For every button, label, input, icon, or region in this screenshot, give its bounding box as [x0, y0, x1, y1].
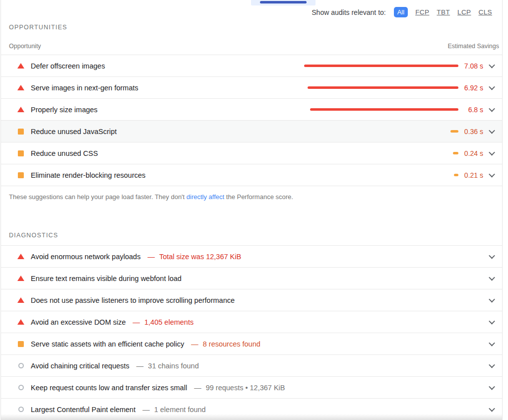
column-header-estimated-savings: Estimated Savings	[447, 43, 499, 50]
diagnostic-row-passive-listeners[interactable]: Does not use passive listeners to improv…	[1, 289, 502, 311]
diagnostics-table: Avoid enormous network payloads — Total …	[1, 245, 502, 420]
diagnostic-annotation: 31 chains found	[148, 362, 198, 370]
directly-affect-link[interactable]: directly affect	[187, 193, 224, 201]
lighthouse-report: Show audits relevant to: All FCP TBT LCP…	[0, 0, 503, 420]
fail-triangle-icon	[17, 319, 24, 325]
chevron-down-icon[interactable]	[483, 407, 500, 412]
diagnostic-row-request-counts[interactable]: Keep request counts low and transfer siz…	[1, 377, 502, 399]
filter-bar-label: Show audits relevant to:	[312, 8, 385, 16]
diagnostic-annotation: Total size was 12,367 KiB	[159, 253, 241, 261]
chevron-down-icon[interactable]	[483, 129, 500, 134]
diagnostic-label: Avoid chaining critical requests	[31, 362, 129, 370]
fail-triangle-icon	[17, 107, 24, 112]
fail-triangle-icon	[17, 63, 24, 69]
chevron-down-icon[interactable]	[483, 254, 500, 259]
filter-option-fcp[interactable]: FCP	[415, 8, 429, 16]
estimated-savings-value: 0.24 s	[458, 149, 483, 157]
opportunities-table: Defer offscreen images 7.08 s Serve imag…	[1, 55, 502, 186]
chevron-down-icon[interactable]	[483, 363, 500, 368]
footnote-text: the Performance score.	[224, 193, 293, 201]
diagnostic-label: Avoid enormous network payloads	[31, 253, 140, 261]
column-header-opportunity: Opportunity	[9, 43, 41, 50]
chevron-down-icon[interactable]	[483, 385, 500, 390]
fail-triangle-icon	[17, 297, 24, 303]
annotation-dash: —	[136, 362, 144, 370]
annotation-dash: —	[133, 318, 140, 326]
savings-sparkline	[304, 174, 458, 176]
diagnostic-row-network-payloads[interactable]: Avoid enormous network payloads — Total …	[1, 246, 502, 268]
opportunities-column-headers: Opportunity Estimated Savings	[1, 38, 502, 55]
diagnostic-label: Does not use passive listeners to improv…	[31, 296, 235, 304]
average-square-icon	[17, 150, 24, 156]
opportunity-row-next-gen-formats[interactable]: Serve images in next-gen formats 6.92 s	[1, 77, 502, 99]
opportunity-label: Reduce unused JavaScript	[31, 128, 304, 136]
average-square-icon	[17, 341, 24, 347]
diagnostic-row-lcp-element[interactable]: Largest Contentful Paint element — 1 ele…	[1, 399, 502, 420]
diagnostic-row-dom-size[interactable]: Avoid an excessive DOM size — 1,405 elem…	[1, 311, 502, 333]
diagnostic-annotation: 1,405 elements	[144, 318, 193, 326]
chevron-down-icon[interactable]	[483, 107, 500, 112]
savings-sparkline	[304, 65, 458, 67]
tab-active-underline	[260, 1, 307, 3]
opportunity-label: Defer offscreen images	[31, 62, 304, 70]
filter-option-cls[interactable]: CLS	[479, 8, 492, 16]
diagnostic-row-webfont-load[interactable]: Ensure text remains visible during webfo…	[1, 268, 502, 289]
average-square-icon	[17, 172, 24, 178]
estimated-savings-value: 6.92 s	[458, 84, 483, 92]
filter-option-tbt[interactable]: TBT	[437, 8, 450, 16]
fail-triangle-icon	[17, 276, 24, 281]
opportunity-row-reduce-unused-css[interactable]: Reduce unused CSS 0.24 s	[1, 142, 502, 164]
diagnostic-annotation: 1 element found	[154, 406, 206, 414]
estimated-savings-value: 0.36 s	[458, 128, 483, 136]
diagnostic-label: Keep request counts low and transfer siz…	[31, 384, 187, 392]
estimated-savings-value: 0.21 s	[458, 171, 483, 179]
annotation-dash: —	[147, 253, 155, 261]
savings-sparkline	[304, 152, 458, 154]
chevron-down-icon[interactable]	[483, 173, 500, 177]
opportunity-row-reduce-unused-javascript[interactable]: Reduce unused JavaScript 0.36 s	[1, 121, 502, 142]
opportunity-label: Reduce unused CSS	[31, 149, 304, 157]
diagnostic-label: Avoid an excessive DOM size	[31, 318, 126, 326]
annotation-dash: —	[142, 406, 150, 414]
diagnostic-label: Ensure text remains visible during webfo…	[31, 275, 182, 282]
opportunity-row-properly-size-images[interactable]: Properly size images 6.8 s	[1, 99, 502, 121]
savings-sparkline	[304, 108, 458, 111]
opportunity-label: Serve images in next-gen formats	[31, 84, 304, 92]
diagnostic-annotation: 8 resources found	[203, 340, 260, 348]
chevron-down-icon[interactable]	[483, 276, 500, 280]
chevron-down-icon[interactable]	[483, 64, 500, 68]
average-square-icon	[17, 129, 24, 135]
fail-triangle-icon	[17, 254, 24, 259]
chevron-down-icon[interactable]	[483, 320, 500, 324]
selected-tab-remnant[interactable]	[251, 0, 316, 5]
informative-circle-icon	[17, 407, 24, 412]
filter-option-all[interactable]: All	[394, 7, 408, 17]
opportunities-footnote: These suggestions can help your page loa…	[1, 186, 502, 201]
diagnostic-row-cache-policy[interactable]: Serve static assets with an efficient ca…	[1, 333, 502, 355]
savings-sparkline	[304, 86, 458, 89]
annotation-dash: —	[194, 384, 201, 392]
chevron-down-icon[interactable]	[483, 85, 500, 90]
informative-circle-icon	[17, 385, 24, 390]
chevron-down-icon[interactable]	[483, 298, 500, 302]
estimated-savings-value: 7.08 s	[458, 62, 483, 70]
audit-filter-bar: Show audits relevant to: All FCP TBT LCP…	[312, 7, 492, 17]
diagnostic-label: Largest Contentful Paint element	[31, 406, 135, 414]
diagnostic-row-critical-requests[interactable]: Avoid chaining critical requests — 31 ch…	[1, 355, 502, 377]
estimated-savings-value: 6.8 s	[458, 106, 483, 114]
footnote-text: These suggestions can help your page loa…	[9, 193, 187, 201]
savings-sparkline	[304, 130, 458, 133]
diagnostic-annotation: 99 requests • 12,367 KiB	[206, 384, 285, 392]
opportunity-row-defer-offscreen-images[interactable]: Defer offscreen images 7.08 s	[1, 55, 502, 77]
annotation-dash: —	[191, 340, 198, 348]
fail-triangle-icon	[17, 85, 24, 90]
filter-option-lcp[interactable]: LCP	[457, 8, 471, 16]
diagnostic-label: Serve static assets with an efficient ca…	[31, 340, 184, 348]
opportunity-row-render-blocking-resources[interactable]: Eliminate render-blocking resources 0.21…	[1, 164, 502, 186]
chevron-down-icon[interactable]	[483, 151, 500, 155]
diagnostics-section-title: DIAGNOSTICS	[1, 201, 502, 239]
informative-circle-icon	[17, 363, 24, 368]
opportunity-label: Eliminate render-blocking resources	[31, 171, 304, 179]
chevron-down-icon[interactable]	[483, 342, 500, 346]
opportunity-label: Properly size images	[31, 106, 304, 114]
